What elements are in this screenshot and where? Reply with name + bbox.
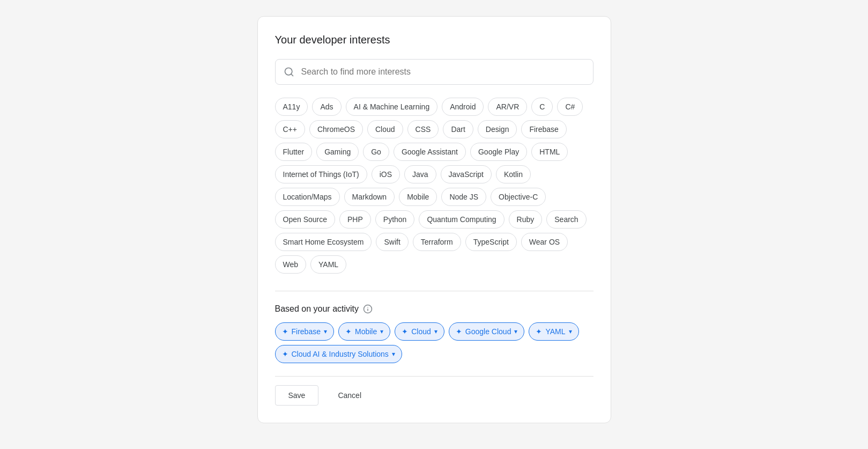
divider (275, 291, 593, 291)
sparkle-icon: ✦ (402, 327, 408, 336)
sparkle-icon: ✦ (536, 327, 542, 336)
tag-chip[interactable]: Gaming (316, 143, 359, 161)
tag-chip[interactable]: Google Play (470, 143, 527, 161)
tag-chip[interactable]: Flutter (275, 143, 313, 161)
tag-chip[interactable]: Objective-C (491, 188, 546, 206)
tag-chip[interactable]: A11y (275, 98, 308, 116)
activity-section: Based on your activity ✦Firebase▾✦Mobile… (275, 304, 593, 363)
save-button[interactable]: Save (275, 385, 319, 406)
activity-chip-label: Cloud AI & Industry Solutions (292, 350, 389, 358)
chevron-down-icon: ▾ (569, 328, 572, 335)
sparkle-icon: ✦ (345, 327, 352, 336)
tags-row: A11yAdsAI & Machine LearningAndroidAR/VR… (275, 98, 593, 274)
activity-chip-label: YAML (545, 327, 565, 336)
page-title: Your developer interests (275, 34, 593, 46)
cancel-button[interactable]: Cancel (325, 386, 374, 405)
tag-chip[interactable]: CSS (407, 120, 439, 138)
tag-chip[interactable]: Quantum Computing (419, 210, 504, 229)
tag-chip[interactable]: Java (404, 165, 436, 183)
activity-chip[interactable]: ✦Cloud▾ (395, 322, 444, 341)
activity-chip-label: Cloud (411, 327, 431, 336)
activity-chip-label: Mobile (355, 327, 377, 336)
tag-chip[interactable]: AR/VR (488, 98, 527, 116)
tag-chip[interactable]: C++ (275, 120, 305, 138)
tag-chip[interactable]: YAML (310, 255, 346, 274)
tag-chip[interactable]: Mobile (399, 188, 437, 206)
search-input[interactable] (275, 59, 593, 85)
tag-chip[interactable]: Design (478, 120, 517, 138)
tag-chip[interactable]: Go (363, 143, 389, 161)
tag-chip[interactable]: Cloud (367, 120, 403, 138)
tag-chip[interactable]: Python (375, 210, 415, 229)
tags-section: A11yAdsAI & Machine LearningAndroidAR/VR… (275, 98, 593, 274)
tag-chip[interactable]: Node JS (441, 188, 486, 206)
tag-chip[interactable]: iOS (372, 165, 400, 183)
tag-chip[interactable]: Firebase (521, 120, 566, 138)
tag-chip[interactable]: Search (546, 210, 586, 229)
chevron-down-icon: ▾ (324, 328, 327, 335)
tag-chip[interactable]: C# (557, 98, 583, 116)
activity-chip[interactable]: ✦YAML▾ (529, 322, 578, 341)
activity-chip-label: Firebase (292, 327, 321, 336)
tag-chip[interactable]: Dart (443, 120, 473, 138)
activity-chip[interactable]: ✦Mobile▾ (338, 322, 390, 341)
activity-chip[interactable]: ✦Google Cloud▾ (449, 322, 525, 341)
bottom-buttons: Save Cancel (275, 376, 593, 406)
chevron-down-icon: ▾ (434, 328, 437, 335)
chevron-down-icon: ▾ (392, 350, 395, 358)
tag-chip[interactable]: Open Source (275, 210, 336, 229)
activity-chips-row: ✦Firebase▾✦Mobile▾✦Cloud▾✦Google Cloud▾✦… (275, 322, 593, 363)
sparkle-icon: ✦ (456, 327, 462, 336)
tag-chip[interactable]: PHP (339, 210, 371, 229)
tag-chip[interactable]: C (531, 98, 553, 116)
activity-chip[interactable]: ✦Cloud AI & Industry Solutions▾ (275, 345, 402, 363)
developer-interests-panel: Your developer interests A11yAdsAI & Mac… (257, 16, 611, 423)
activity-title: Based on your activity (275, 304, 593, 314)
chevron-down-icon: ▾ (380, 328, 383, 335)
tag-chip[interactable]: Smart Home Ecosystem (275, 233, 372, 251)
info-icon[interactable] (363, 304, 373, 314)
svg-line-1 (291, 74, 293, 76)
tag-chip[interactable]: AI & Machine Learning (346, 98, 438, 116)
tag-chip[interactable]: HTML (531, 143, 568, 161)
sparkle-icon: ✦ (282, 350, 288, 358)
search-icon (284, 67, 294, 77)
tag-chip[interactable]: Terraform (413, 233, 461, 251)
sparkle-icon: ✦ (282, 327, 288, 336)
tag-chip[interactable]: Markdown (344, 188, 395, 206)
tag-chip[interactable]: JavaScript (441, 165, 492, 183)
activity-chip-label: Google Cloud (465, 327, 511, 336)
tag-chip[interactable]: Ads (312, 98, 341, 116)
tag-chip[interactable]: TypeScript (465, 233, 517, 251)
tag-chip[interactable]: Android (442, 98, 484, 116)
tag-chip[interactable]: Swift (376, 233, 408, 251)
tag-chip[interactable]: Web (275, 255, 307, 274)
activity-chip[interactable]: ✦Firebase▾ (275, 322, 334, 341)
tag-chip[interactable]: Internet of Things (IoT) (275, 165, 367, 183)
tag-chip[interactable]: Location/Maps (275, 188, 340, 206)
tag-chip[interactable]: Ruby (509, 210, 543, 229)
search-container (275, 59, 593, 85)
tag-chip[interactable]: Wear OS (521, 233, 568, 251)
tag-chip[interactable]: Google Assistant (394, 143, 466, 161)
chevron-down-icon: ▾ (514, 328, 517, 335)
tag-chip[interactable]: ChromeOS (309, 120, 363, 138)
tag-chip[interactable]: Kotlin (496, 165, 531, 183)
